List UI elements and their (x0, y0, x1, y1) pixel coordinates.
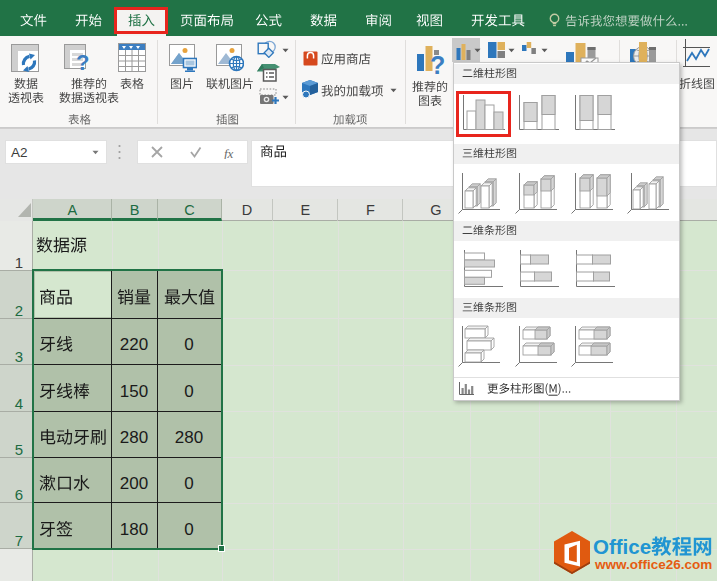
svg-text:www.office26.com: www.office26.com (594, 557, 712, 572)
svg-text:fx: fx (224, 146, 234, 159)
svg-text:?: ? (430, 51, 445, 75)
svg-text:Office: Office (593, 535, 651, 558)
svg-text:?: ? (76, 50, 89, 72)
